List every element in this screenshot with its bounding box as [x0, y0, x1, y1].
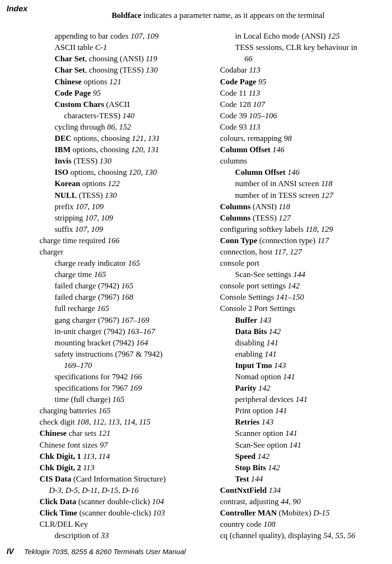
index-text: 118 [279, 202, 290, 211]
index-entry: failed charge (7967) 168 [40, 292, 207, 302]
index-entry: full recharge 165 [40, 303, 207, 314]
index-text: gang charger (7967) [55, 316, 121, 325]
index-text: 121 [109, 77, 121, 86]
index-text: 113 [248, 89, 260, 98]
index-entry: NULL (TESS) 130 [40, 190, 207, 201]
index-entry: Invis (TESS) 130 [40, 156, 207, 166]
index-text: Code 39 [220, 111, 249, 120]
index-text: 141–150 [276, 293, 304, 302]
index-text: 117, 127 [274, 247, 302, 256]
index-text: ASCII table [55, 43, 95, 52]
index-text: 165 [98, 406, 111, 415]
index-entry: characters-TESS) 140 [40, 111, 207, 121]
index-text: Chk Digit, 2 [40, 463, 81, 472]
index-text: specifications for 7967 [55, 384, 130, 392]
index-entry: Controller MAN (Mobitex) D-15 [220, 508, 388, 518]
index-text: full recharge [55, 304, 97, 313]
index-text: Code 11 [220, 89, 249, 98]
index-text: 33 [101, 531, 109, 540]
index-text: (scanner double-click) [76, 497, 152, 506]
index-entry: Code Page 95 [40, 88, 207, 98]
index-entry: specifications for 7942 166 [40, 372, 207, 382]
index-text: Input Tmo [235, 361, 272, 370]
index-entry: console port [220, 258, 388, 269]
index-text: 120, 130 [129, 168, 157, 177]
index-text: 118, 129 [305, 225, 333, 234]
index-text: (TESS) [77, 191, 105, 200]
index-text: Chinese [40, 429, 67, 438]
index-entry: Custom Chars (ASCII [40, 99, 207, 110]
index-entry: charge time 165 [40, 270, 207, 280]
index-text: Code 128 [220, 100, 253, 109]
index-text: time (full charge) [55, 395, 112, 404]
index-text: 130 [105, 191, 117, 200]
index-text: Column Offset [220, 145, 271, 154]
index-text: 165 [128, 259, 140, 268]
index-text: Column Offset [235, 168, 286, 177]
index-entry: gang charger (7967) 167–169 [40, 315, 207, 326]
index-text: description of [55, 531, 101, 540]
index-entry: Retries 143 [220, 417, 388, 427]
index-text: Speed [235, 452, 256, 461]
index-text: 141 [264, 350, 277, 359]
index-text: charging batteries [40, 406, 98, 415]
index-text: 166 [108, 236, 120, 245]
index-text: 95 [93, 89, 101, 98]
index-text: TESS sessions, CLR key behaviour in [235, 43, 358, 52]
index-text: 107, 109 [130, 32, 159, 41]
index-entry: Korean options 122 [40, 179, 207, 189]
index-text: number of in ANSI screen [235, 179, 321, 188]
index-text: 119 [146, 54, 157, 63]
index-text: 146 [288, 168, 300, 177]
index-entry: mounting bracket (7942) 164 [40, 338, 207, 348]
index-text: Chinese font sizes [40, 441, 100, 450]
index-text: IBM [55, 145, 71, 154]
index-text: country code [220, 520, 264, 529]
page-number: IV [7, 548, 14, 556]
index-text: 141 [296, 395, 308, 404]
index-entry: Parity 142 [220, 383, 388, 393]
index-text: Controller MAN [220, 508, 277, 517]
index-text: 141 [266, 338, 279, 347]
index-text: Scanner option [235, 429, 286, 438]
index-entry: Code 39 105–106 [220, 111, 388, 121]
index-text: cq (channel quality), displaying [220, 531, 324, 540]
index-text: 166 [130, 372, 142, 381]
index-text: (connection type) [257, 236, 318, 245]
index-text: 86, 152 [107, 123, 131, 131]
index-entry: Chk Digit, 2 113 [40, 463, 207, 473]
index-text: 104 [152, 497, 164, 506]
index-text: CIS Data [40, 474, 72, 483]
index-text: CLR/DEL Key [40, 520, 88, 529]
index-entry: Speed 142 [220, 451, 388, 462]
index-text: (ANSI) [251, 202, 279, 211]
index-text: 142 [269, 327, 281, 336]
index-text: 142 [288, 281, 300, 290]
index-entry: in Local Echo mode (ANSI) 125 [220, 31, 388, 41]
index-entry: Columns (TESS) 127 [220, 213, 388, 223]
index-text: Console 2 Port Settings [220, 304, 296, 313]
index-text: Codabar [220, 65, 249, 74]
index-text: 121, 131 [132, 134, 160, 143]
index-text: appending to bar codes [55, 32, 130, 41]
index-entry: ASCII table C-1 [40, 42, 207, 53]
index-text: Code Page [220, 77, 256, 86]
index-text: ContNxtField [220, 486, 267, 495]
index-text: 130 [146, 65, 158, 74]
index-entry: 169–170 [40, 360, 207, 371]
index-entry: connection, host 117, 127 [220, 247, 388, 257]
index-entry: Code Page 95 [220, 77, 388, 87]
index-text: check digit [40, 417, 77, 426]
index-text: 167–169 [121, 316, 150, 325]
index-text: disabling [235, 338, 267, 347]
index-entry: Char Set, choosing (ANSI) 119 [40, 54, 207, 64]
index-text: 143 [262, 417, 274, 426]
index-entry: Buffer 143 [220, 315, 388, 326]
manual-title: Teklogix 7035, 8255 & 8260 Terminals Use… [24, 548, 185, 556]
index-text: 143 [274, 361, 286, 370]
index-text: 108, 112, 113, 114, 115 [77, 417, 150, 426]
index-text: Chinese [55, 77, 82, 86]
index-text: 120, 131 [131, 145, 159, 154]
index-entry: Column Offset 146 [220, 145, 388, 155]
index-text: 122 [108, 179, 120, 188]
